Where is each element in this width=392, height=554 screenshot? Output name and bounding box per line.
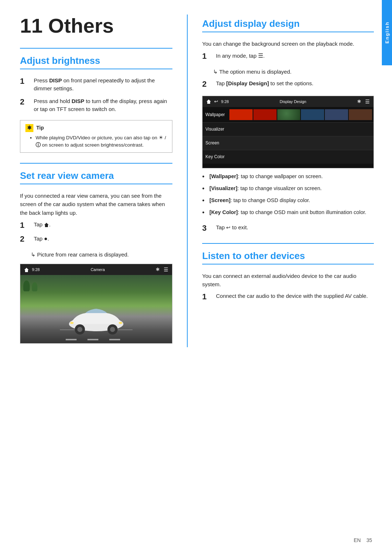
display-design-intro: You can change the background screen on … — [202, 40, 374, 48]
camera-screen-header: 9:28 Camera ✱ ☰ — [20, 264, 172, 275]
bullet-wallpaper: • [Wallpaper]: tap to change wallpaper o… — [202, 173, 374, 182]
camera-step-1: 1 Tap . — [20, 221, 172, 230]
trees — [23, 280, 37, 291]
tip-star-icon: ✱ — [25, 124, 33, 132]
display-design-step-3: 3 Tap ↩ to exit. — [202, 223, 374, 233]
tip-box: ✱ Tip While playing DVD/Video or picture… — [20, 120, 172, 153]
left-column: 11 Others Adjust brightness 1 Press DISP… — [20, 15, 187, 347]
car-silhouette — [60, 302, 132, 335]
display-screen-menu: ☰ — [365, 99, 370, 104]
keycolor-row: Key Color — [203, 150, 373, 164]
display-design-step2-list: 2 Tap [Display Design] to set the option… — [202, 79, 374, 89]
display-design-screenshot: ↩ 9:28 Display Design ✱ ☰ Wallpaper — [202, 96, 374, 168]
display-design-substep-1: ↳ The option menu is displayed. — [213, 68, 374, 76]
camera-screen-star: ✱ — [156, 267, 162, 272]
display-design-step3-list: 3 Tap ↩ to exit. — [202, 223, 374, 233]
camera-substep: ↳ Picture from rear camera is displayed. — [31, 251, 172, 259]
camera-screen-menu: ☰ — [164, 267, 168, 272]
screen-row: Screen — [203, 136, 373, 150]
swatch-2 — [253, 109, 277, 120]
camera-steps: 1 Tap . 2 Tap ●. — [20, 221, 172, 244]
side-tab-label: English — [384, 22, 390, 44]
tip-bullet-1: While playing DVD/Video or picture, you … — [36, 134, 167, 149]
display-design-step-1: 1 In any mode, tap ☰. — [202, 52, 374, 61]
swatch-6 — [349, 109, 372, 120]
bullet-keycolor: • [Key Color]: tap to change OSD main un… — [202, 209, 374, 218]
footer-page: 35 — [366, 537, 372, 543]
listen-steps: 1 Connect the car audio to the device wi… — [202, 292, 374, 301]
listen-other-devices-title: Listen to other devices — [202, 250, 374, 264]
chapter-title: 11 Others — [20, 15, 172, 37]
right-column: Adjust display design You can change the… — [187, 15, 374, 347]
display-screen-title: Display Design — [280, 99, 306, 104]
display-screen-home-icon — [206, 99, 211, 104]
home-icon — [44, 222, 49, 227]
swatch-1 — [229, 109, 253, 120]
svg-marker-0 — [44, 223, 49, 227]
display-screen-time: 9:28 — [221, 99, 229, 104]
svg-marker-10 — [207, 99, 211, 104]
wallpaper-row: Wallpaper — [203, 107, 373, 122]
set-rear-view-camera-title: Set rear view camera — [20, 170, 172, 184]
camera-screenshot: 9:28 Camera ✱ ☰ — [20, 264, 172, 344]
svg-point-8 — [119, 322, 122, 324]
svg-point-5 — [77, 327, 82, 332]
swatch-4 — [301, 109, 324, 120]
swatch-5 — [325, 109, 348, 120]
brightness-step-1: 1 Press DISP on front panel repeatedly t… — [20, 77, 172, 93]
adjust-display-design-title: Adjust display design — [202, 18, 374, 32]
display-design-steps: 1 In any mode, tap ☰. — [202, 52, 374, 61]
visualizer-row: Visualizer — [203, 122, 373, 136]
camera-intro: If you connected a rear view camera, you… — [20, 192, 172, 217]
tip-header: ✱ Tip — [25, 124, 167, 132]
brightness-steps: 1 Press DISP on front panel repeatedly t… — [20, 77, 172, 114]
swatch-3 — [277, 109, 301, 120]
listen-intro: You can connect an external audio/video … — [202, 272, 374, 289]
wallpaper-label: Wallpaper — [203, 112, 228, 117]
side-tab: English — [382, 0, 392, 65]
adjust-brightness-title: Adjust brightness — [20, 55, 172, 69]
road-stripes — [66, 339, 126, 340]
brightness-step-2: 2 Press and hold DISP to turn off the di… — [20, 97, 172, 114]
svg-point-9 — [70, 322, 74, 324]
footer-lang: EN — [354, 537, 360, 543]
page-footer: EN 35 — [354, 537, 372, 543]
display-screen-header: ↩ 9:28 Display Design ✱ ☰ — [203, 96, 373, 107]
camera-separator — [20, 163, 172, 164]
camera-screen-time: 9:28 — [32, 267, 40, 272]
listen-step-1: 1 Connect the car audio to the device wi… — [202, 292, 374, 301]
svg-point-7 — [110, 327, 115, 332]
camera-step-2: 2 Tap ●. — [20, 234, 172, 244]
listen-separator — [202, 243, 374, 244]
wallpaper-swatches — [228, 107, 373, 122]
camera-screen-home-icon — [24, 267, 29, 272]
bullet-screen: • [Screen]: tap to change OSD display co… — [202, 197, 374, 206]
display-design-bullets: • [Wallpaper]: tap to change wallpaper o… — [202, 173, 374, 218]
camera-screen-body — [20, 275, 172, 344]
display-screen-star: ✱ — [357, 99, 363, 104]
display-design-step-2: 2 Tap [Display Design] to set the option… — [202, 79, 374, 89]
bullet-visualizer: • [Visualizer]: tap to change visualizer… — [202, 185, 374, 194]
display-back-icon: ↩ — [214, 99, 218, 104]
svg-marker-1 — [24, 268, 29, 272]
brightness-separator — [20, 48, 172, 49]
camera-screen-title: Camera — [91, 267, 105, 272]
tip-bullets: While playing DVD/Video or picture, you … — [25, 134, 167, 149]
